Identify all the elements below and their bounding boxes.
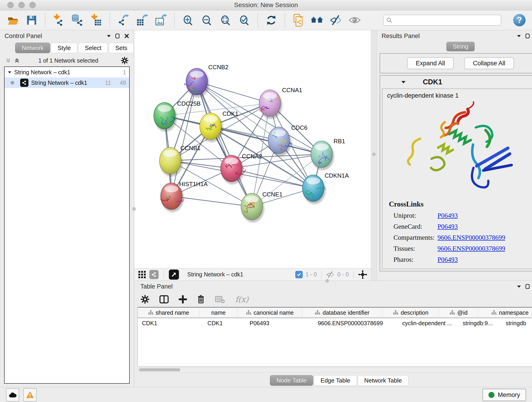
horizontal-splitter-grip[interactable] [326,279,329,283]
cell-database-identifier[interactable]: 9606.ENSP00000378699 [314,318,398,328]
duplicate-network-icon[interactable] [292,14,305,27]
tab-network[interactable]: Network [15,43,50,53]
disclosure-triangle-icon[interactable] [401,80,406,84]
collapse-all-button[interactable]: Collapse All [464,57,514,69]
show-columns-icon[interactable] [159,295,169,303]
network-options-gear-icon[interactable] [121,57,128,64]
panel-menu-icon[interactable] [107,35,111,37]
export-network-icon[interactable] [117,14,130,27]
table-settings-gear-icon[interactable] [141,295,149,304]
table-empty-area [138,328,532,366]
splitter-grip[interactable] [133,207,136,211]
zoom-out-icon[interactable] [200,14,213,27]
cell-namespace[interactable]: stringdb [501,318,532,328]
zoom-fit-icon[interactable] [219,14,232,27]
node-table: shared namenamecanonical namedatabase id… [138,307,532,367]
tab-sets[interactable]: Sets [109,43,134,53]
column-header-id[interactable]: @id [439,307,478,318]
main-toolbar: ? [0,10,532,30]
crosslink-value-link[interactable]: 9606.ENSP00000378699 [437,245,505,252]
column-header-label: description [401,309,428,316]
panel-menu-icon[interactable] [517,35,521,37]
column-header-canonical-name[interactable]: canonical name [238,307,302,318]
cell-canonical-name[interactable]: P06493 [245,318,314,328]
shared-column-tree-icon [148,310,153,315]
toolbar-separator [45,13,45,27]
expand-all-button[interactable]: Expand All [407,57,454,69]
protein-section-header[interactable]: CDK1 [380,76,532,89]
zoom-selected-icon[interactable] [238,14,251,27]
float-panel-icon[interactable] [115,33,120,38]
zoom-in-icon[interactable] [181,14,194,27]
node-label: HIST1H1A [179,181,208,187]
refresh-icon[interactable] [265,14,278,27]
memory-button[interactable]: Memory [482,389,526,401]
open-in-window-icon[interactable] [169,269,179,280]
minimize-window-button[interactable] [18,2,25,8]
column-header-name[interactable]: name [199,307,238,318]
eye-icon[interactable] [348,14,361,27]
export-table-icon[interactable] [136,14,148,27]
tab-edge-table[interactable]: Edge Table [314,375,357,386]
import-network-database-icon[interactable] [71,14,84,27]
selected-checkbox-icon[interactable] [295,271,303,278]
zoom-window-button[interactable] [29,2,36,8]
collapse-all-icon[interactable] [6,58,11,63]
birds-eye-view-icon[interactable] [358,270,367,279]
network-row-selected[interactable]: String Network – cdk1 11 48 [5,77,129,88]
open-session-icon[interactable] [6,14,19,27]
network-graph[interactable]: CCNB2CCNA1CDC25BCDK1CDC6RB1CCNB1CCNA2CDK… [134,30,371,268]
column-header-namespace[interactable]: namespace [478,307,532,318]
cell-id[interactable]: stringdb:9... [458,318,501,328]
save-session-icon[interactable] [25,14,38,27]
string-view-icon[interactable] [149,270,158,279]
crosslink-value-link[interactable]: 9606.ENSP00000378699 [437,234,505,241]
close-panel-icon[interactable] [124,33,129,38]
hidden-eye-icon[interactable] [326,271,335,278]
crosslink-value-link[interactable]: P06493 [437,256,458,263]
table-row[interactable]: CDK1CDK1P064939606.ENSP00000378699cyclin… [138,318,532,328]
expand-all-icon[interactable] [14,58,20,63]
column-header-database-identifier[interactable]: database identifier [302,307,382,318]
column-header-description[interactable]: description [382,307,439,318]
tab-string[interactable]: String [446,42,475,51]
tab-style[interactable]: Style [51,43,77,53]
grid-view-icon[interactable] [138,270,146,279]
tab-select[interactable]: Select [78,43,108,53]
search-input[interactable] [394,17,498,24]
float-panel-icon[interactable] [525,284,530,289]
export-image-icon[interactable] [154,14,167,27]
collection-label: String Network – cdk1 [14,69,70,76]
tab-node-table[interactable]: Node Table [270,375,313,386]
delete-column-trash-icon[interactable] [197,295,205,304]
disclosure-triangle-icon[interactable] [8,71,12,74]
import-table-file-icon[interactable] [90,14,103,27]
delete-table-icon-disabled [215,295,225,303]
warning-status-button[interactable] [23,388,37,402]
cell-name[interactable]: CDK1 [203,318,245,328]
homes-icon[interactable] [311,14,323,27]
crosslink-value-link[interactable]: P06493 [437,212,458,219]
column-header-shared-name[interactable]: shared name [138,307,199,318]
crosslink-label: Pharos: [393,256,437,263]
hide-eye-icon[interactable] [329,14,342,27]
tab-network-table[interactable]: Network Table [358,375,409,386]
cell-shared-name[interactable]: CDK1 [138,318,203,328]
table-panel-header: Table Panel [134,281,532,292]
float-panel-icon[interactable] [525,33,530,38]
network-canvas[interactable]: CCNB2CCNA1CDC25BCDK1CDC6RB1CCNB1CCNA2CDK… [134,30,371,268]
scrollbar-thumb[interactable] [139,368,180,371]
close-window-button[interactable] [7,2,14,8]
splitter-grip[interactable] [372,153,376,156]
help-icon[interactable]: ? [513,14,526,26]
crosslink-value-link[interactable]: P06493 [437,223,458,230]
node-count: 11 [105,80,111,86]
right-splitter[interactable] [371,30,377,281]
network-collection-row[interactable]: String Network – cdk1 1 [5,67,129,77]
cloud-status-button[interactable] [6,388,19,402]
create-column-plus-icon[interactable] [179,295,187,303]
import-network-file-icon[interactable] [52,14,65,27]
panel-menu-icon[interactable] [517,285,521,288]
cell-description[interactable]: cyclin-dependent ... [398,318,458,328]
horizontal-scrollbar[interactable] [138,368,532,373]
